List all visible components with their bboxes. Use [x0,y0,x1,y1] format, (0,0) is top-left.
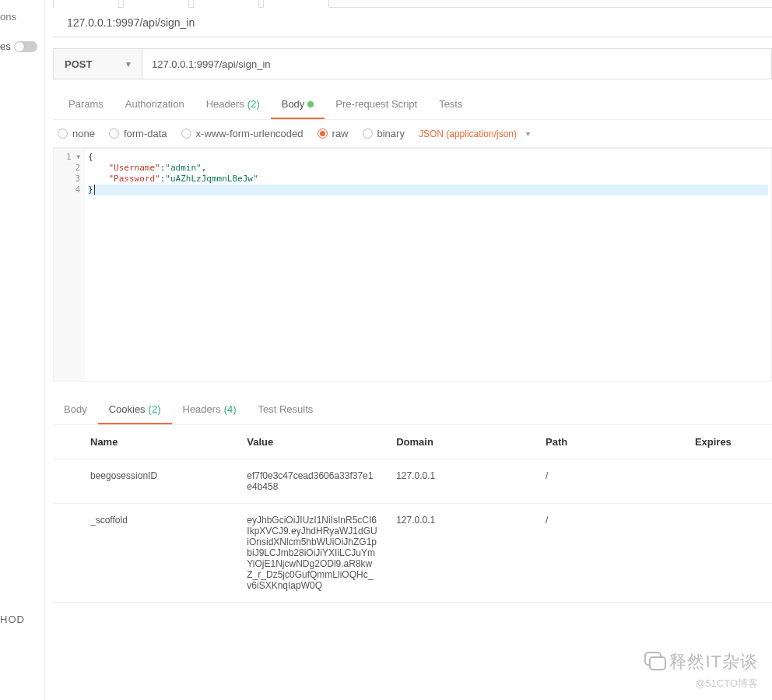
resp-tab-test-results[interactable]: Test Results [247,396,325,424]
chevron-down-icon: ▼ [125,60,132,69]
tab-authorization[interactable]: Authorization [114,90,195,119]
sidebar-label-es: es [0,40,11,52]
toggle-switch[interactable] [14,41,37,52]
col-domain: Domain [387,425,536,459]
resp-tab-cookies[interactable]: Cookies(2) [98,396,172,424]
request-tabs: Params Authorization Headers(2) Body Pre… [53,90,772,120]
table-row[interactable]: _scoffold eyJhbGciOiJIUzI1NiIsInR5cCI6Ik… [53,504,772,603]
radio-form-data[interactable]: form-data [109,128,167,139]
watermark: 释然IT杂谈 @51CTO博客 [644,650,758,691]
left-sidebar: ons es HOD [0,0,45,700]
col-name: Name [53,425,237,459]
chevron-down-icon: ▼ [525,130,532,138]
col-expires: Expires [686,425,772,459]
resp-tab-headers[interactable]: Headers(4) [172,396,247,424]
table-header-row: Name Value Domain Path Expires [53,425,772,459]
top-tabs-bar [53,0,772,8]
breadcrumb: 127.0.0.1:9997/api/sign_in [53,8,772,37]
watermark-brand: 释然IT杂谈 [669,650,758,674]
cookies-table: Name Value Domain Path Expires beegosess… [53,425,772,603]
breadcrumb-text: 127.0.0.1:9997/api/sign_in [67,16,195,29]
body-type-row: none form-data x-www-form-urlencoded raw… [53,120,772,148]
col-value: Value [237,425,387,459]
radio-none[interactable]: none [58,128,95,139]
table-row[interactable]: beegosessionID ef7f0e3c47cead3606a33f37e… [53,459,772,504]
tab-body[interactable]: Body [271,90,325,119]
resp-tab-body[interactable]: Body [53,396,98,424]
line-gutter: 1 ▼ 2 3 4 [54,149,85,381]
method-label: POST [65,58,92,70]
url-input[interactable] [142,48,772,79]
tab-params[interactable]: Params [58,90,114,119]
radio-binary[interactable]: binary [363,128,405,139]
method-dropdown[interactable]: POST ▼ [53,48,142,79]
col-path: Path [536,425,686,459]
response-tabs: Body Cookies(2) Headers(4) Test Results [53,382,772,425]
content-type-dropdown[interactable]: JSON (application/json) ▼ [419,128,532,139]
body-editor[interactable]: 1 ▼ 2 3 4 { "Username":"admin", "Passwor… [53,148,772,382]
tab-tests[interactable]: Tests [428,90,473,119]
tab-pre-request-script[interactable]: Pre-request Script [325,90,428,119]
radio-x-www-form-urlencoded[interactable]: x-www-form-urlencoded [181,128,304,139]
main-area: 127.0.0.1:9997/api/sign_in POST ▼ Params… [53,0,772,700]
radio-raw[interactable]: raw [318,128,349,139]
tab-headers[interactable]: Headers(2) [195,90,271,119]
dot-icon [307,101,314,107]
sidebar-label-ons: ons [0,11,16,23]
chat-bubble-icon [644,652,665,672]
request-row: POST ▼ [53,37,772,90]
sidebar-label-hod: HOD [0,614,25,625]
watermark-sub: @51CTO博客 [644,677,758,691]
code-area[interactable]: { "Username":"admin", "Password":"uAZhLz… [85,149,771,381]
